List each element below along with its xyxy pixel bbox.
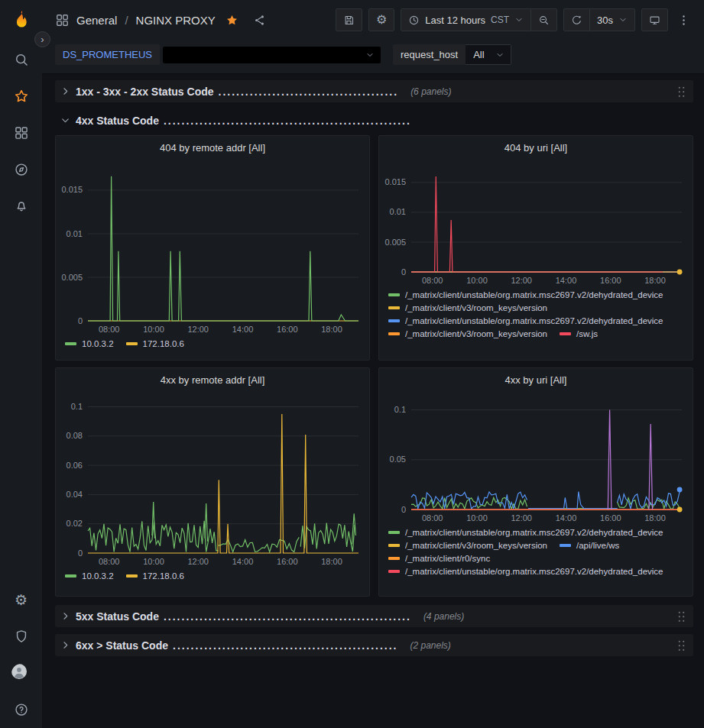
svg-text:0.01: 0.01 — [390, 207, 406, 216]
chevron-down-icon — [495, 50, 504, 60]
row-toggle[interactable]: 1xx - 3xx - 2xx Status Code ............… — [60, 86, 452, 98]
chevron-down-icon — [618, 15, 628, 24]
sidebar-item-profile[interactable] — [0, 655, 42, 691]
chevron-right-icon — [60, 86, 71, 97]
svg-text:18:00: 18:00 — [321, 557, 342, 566]
var-request-host-dropdown[interactable]: All — [466, 44, 511, 65]
legend-label: /_matrix/client/unstable/org.matrix.msc2… — [405, 567, 663, 576]
legend-item[interactable]: 10.0.3.2 — [65, 339, 114, 348]
breadcrumb-section[interactable]: General — [76, 14, 117, 27]
chevron-down-icon — [365, 50, 375, 60]
row-toggle[interactable]: 4xx Status Code ........................… — [60, 115, 411, 127]
compass-icon — [14, 162, 29, 177]
row-leader-dots: ........................................… — [164, 610, 411, 623]
legend-item[interactable]: /_matrix/client/unstable/org.matrix.msc2… — [388, 528, 663, 537]
page-title[interactable]: NGINX PROXY — [136, 14, 216, 27]
refresh-button[interactable] — [563, 8, 590, 31]
breadcrumb: General / NGINX PROXY — [55, 13, 266, 28]
row-toggle[interactable]: 6xx > Status Code ......................… — [60, 639, 451, 652]
panel-title[interactable]: 404 by remote addr [All] — [56, 136, 369, 159]
legend-item[interactable]: /_matrix/client/unstable/org.matrix.msc2… — [388, 567, 663, 576]
var-request-host-label: request_host — [393, 44, 466, 65]
svg-text:08:00: 08:00 — [99, 557, 120, 566]
row-title: 5xx Status Code — [76, 610, 159, 623]
refresh-controls: 30s — [563, 8, 635, 31]
chevron-right-icon — [60, 639, 71, 651]
monitor-icon — [649, 15, 660, 26]
gear-icon: ⚙ — [15, 593, 28, 607]
legend-label: /_matrix/client/v3/room_keys/version — [405, 541, 547, 550]
sidebar-item-search[interactable] — [0, 41, 42, 78]
svg-text:0.08: 0.08 — [67, 431, 83, 440]
sidebar-item-help[interactable] — [0, 691, 42, 728]
legend-item[interactable]: /_matrix/client/v3/room_keys/version — [388, 303, 547, 312]
legend-color-mark — [65, 574, 76, 578]
svg-text:0: 0 — [78, 548, 83, 558]
dashboard-content: 1xx - 3xx - 2xx Status Code ............… — [42, 74, 704, 728]
toolbar: ⚙ Last 12 hours CST — [336, 8, 693, 31]
svg-text:0.06: 0.06 — [67, 461, 83, 470]
legend-item[interactable]: /_matrix/client/unstable/org.matrix.msc2… — [388, 290, 663, 299]
time-range-picker[interactable]: Last 12 hours CST — [401, 8, 531, 31]
legend-item[interactable]: /api/live/ws — [560, 541, 619, 550]
chart-plot[interactable]: 00.020.040.060.080.108:0010:0012:0014:00… — [56, 391, 369, 568]
legend-label: /_matrix/client/unstable/org.matrix.msc2… — [405, 528, 663, 537]
legend-item[interactable]: /sw.js — [560, 329, 598, 338]
svg-text:0: 0 — [78, 316, 83, 325]
svg-text:18:00: 18:00 — [644, 276, 666, 285]
legend-item[interactable]: 10.0.3.2 — [65, 571, 114, 581]
svg-text:10:00: 10:00 — [466, 276, 488, 285]
row-drag-handle[interactable] — [677, 610, 686, 622]
star-dashboard-button[interactable] — [225, 14, 238, 27]
dashboard-settings-button[interactable]: ⚙ — [368, 8, 394, 31]
legend-item[interactable]: /_matrix/client/v3/room_keys/version — [388, 541, 547, 550]
sidebar-item-dashboards[interactable] — [0, 115, 42, 151]
chart-legend: /_matrix/client/unstable/org.matrix.msc2… — [379, 287, 693, 343]
var-datasource-dropdown[interactable] — [163, 47, 381, 63]
sidebar-item-server-admin[interactable] — [0, 618, 42, 655]
refresh-interval-picker[interactable]: 30s — [590, 8, 635, 31]
zoom-out-button[interactable] — [531, 8, 557, 31]
tv-mode-button[interactable] — [641, 8, 668, 31]
kebab-menu-button[interactable] — [674, 8, 693, 31]
panel-title[interactable]: 4xx by remote addr [All] — [56, 368, 369, 391]
svg-text:0.015: 0.015 — [384, 177, 406, 186]
panel-4xx-by-uri: 4xx by uri [All] 00.050.108:0010:0012:00… — [378, 367, 693, 597]
sidebar-item-starred[interactable] — [0, 78, 42, 115]
row-panel-count: (6 panels) — [410, 86, 451, 97]
sidebar-item-alerting[interactable] — [0, 188, 42, 225]
main-area: General / NGINX PROXY ⚙ — [42, 0, 704, 728]
row-toggle[interactable]: 5xx Status Code ........................… — [60, 610, 464, 623]
sidebar-item-configuration[interactable]: ⚙ — [0, 581, 42, 618]
gear-icon: ⚙ — [376, 14, 387, 26]
legend-item[interactable]: /_matrix/client/v3/room_keys/version — [388, 329, 547, 338]
search-icon — [14, 52, 29, 67]
svg-text:0.05: 0.05 — [390, 455, 406, 464]
svg-text:14:00: 14:00 — [232, 325, 254, 334]
sidebar-bottom: ⚙ — [0, 581, 42, 728]
sidebar-item-explore[interactable] — [0, 151, 42, 188]
save-dashboard-button[interactable] — [336, 8, 362, 31]
share-button[interactable] — [253, 14, 266, 27]
row-6xx: 6xx > Status Code ......................… — [55, 634, 693, 656]
legend-label: 172.18.0.6 — [143, 571, 184, 581]
row-drag-handle[interactable] — [677, 639, 686, 651]
legend-item[interactable]: /_matrix/client/r0/sync — [388, 554, 490, 563]
chart-plot[interactable]: 00.050.108:0010:0012:0014:0016:0018:00 — [379, 391, 693, 525]
chart-plot[interactable]: 00.0050.010.01508:0010:0012:0014:0016:00… — [379, 159, 693, 287]
legend-item[interactable]: 172.18.0.6 — [126, 571, 184, 581]
clock-icon — [408, 15, 420, 26]
legend-color-mark — [388, 531, 400, 534]
legend-color-mark — [388, 293, 400, 296]
row-drag-handle[interactable] — [677, 86, 686, 97]
grafana-flame-icon — [10, 9, 33, 32]
legend-item[interactable]: /_matrix/client/unstable/org.matrix.msc2… — [388, 316, 663, 325]
panel-title[interactable]: 404 by uri [All] — [379, 136, 693, 159]
sidebar-expand-button[interactable]: › — [34, 31, 50, 47]
panel-title[interactable]: 4xx by uri [All] — [379, 368, 693, 391]
time-zone-label: CST — [491, 15, 509, 25]
chart-legend: 10.0.3.2172.18.0.6 — [56, 336, 369, 353]
row-leader-dots: ........................................ — [219, 86, 399, 98]
legend-item[interactable]: 172.18.0.6 — [126, 339, 184, 348]
chart-plot[interactable]: 00.0050.010.01508:0010:0012:0014:0016:00… — [56, 159, 369, 336]
